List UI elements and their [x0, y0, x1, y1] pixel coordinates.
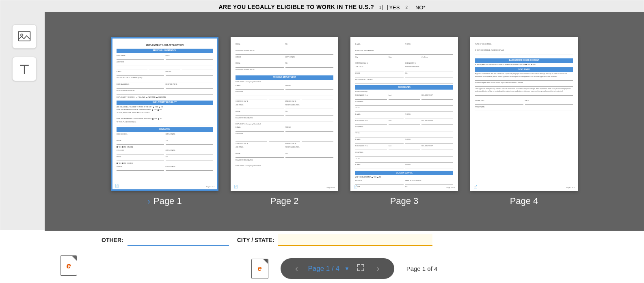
no-num: 2 [405, 5, 408, 10]
other-label: OTHER: [102, 237, 123, 243]
page2-content: FROM: TO: DEGREE/CERTIFICATION: OTHER: [231, 38, 337, 190]
page-thumbnail-4[interactable]: TYPE OF DISCHARGE: IF NOT HONORABLE, PLE… [470, 37, 578, 191]
bottom-form-row: OTHER: CITY / STATE: [102, 234, 624, 246]
page3-badge: Page 3 of 4 [447, 187, 455, 189]
page-dropdown-button[interactable]: ▼ [344, 266, 350, 272]
file-letter: e [258, 264, 262, 273]
page1-title: EMPLOYMENT / JOB APPLICATION [117, 43, 213, 47]
page3-label-text: Page 3 [390, 196, 419, 206]
page-thumbnail-1[interactable]: EMPLOYMENT / JOB APPLICATION PERSONAL IN… [111, 37, 218, 191]
page-item-3: E-MAIL: PHONE: ADDRESS: Street Address C… [350, 37, 458, 206]
yes-label: YES [389, 4, 400, 11]
image-icon [17, 29, 32, 44]
option-yes[interactable]: 1 YES [379, 4, 400, 11]
image-tool-button[interactable] [12, 24, 37, 49]
page4-badge: Page 4 of 4 [566, 187, 575, 189]
page4-section1: BACKGROUND CHECK CONSENT [475, 58, 573, 63]
page4-section2: DISCLAIMER [475, 67, 573, 72]
page-thumbnails-overlay: EMPLOYMENT / JOB APPLICATION PERSONAL IN… [45, 12, 644, 231]
city-state-label: CITY / STATE: [237, 237, 274, 243]
page-thumbnail-3[interactable]: E-MAIL: PHONE: ADDRESS: Street Address C… [350, 37, 458, 191]
page-thumbnail-2[interactable]: FROM: TO: DEGREE/CERTIFICATION: OTHER: [231, 37, 338, 191]
page1-badge: Page 1 of 4 [206, 186, 214, 188]
next-page-button[interactable]: › [372, 262, 385, 275]
file-icon: e [251, 259, 268, 279]
city-state-input[interactable] [278, 234, 432, 246]
page4-doc-icon: 📄 [473, 185, 478, 189]
file-icon-container: e [60, 255, 77, 276]
page1-content: EMPLOYMENT / JOB APPLICATION PERSONAL IN… [112, 39, 217, 189]
page4-content: TYPE OF DISCHARGE: IF NOT HONORABLE, PLE… [471, 38, 577, 190]
doc-file-icon-bottom: e [60, 255, 77, 276]
file-corner-fold [72, 256, 77, 261]
page1-label[interactable]: › Page 1 [147, 196, 182, 206]
page2-label[interactable]: Page 2 [270, 196, 299, 206]
page3-content: E-MAIL: PHONE: ADDRESS: Street Address C… [351, 38, 457, 190]
no-label: NO* [415, 4, 426, 11]
next-icon: › [376, 264, 379, 274]
svg-point-1 [21, 34, 23, 36]
page3-doc-icon: 📄 [354, 185, 358, 189]
page3-section1: REFERENCES [355, 85, 453, 90]
other-input[interactable] [128, 234, 229, 246]
nav-pill: ‹ Page 1 / 4 ▼ › [281, 258, 394, 279]
text-icon [17, 62, 32, 76]
yes-checkbox[interactable] [383, 5, 388, 10]
page1-section3: EDUCATION [117, 127, 213, 132]
svg-rect-0 [19, 31, 30, 41]
prev-icon: ‹ [295, 264, 298, 274]
file-letter-e: e [66, 261, 71, 270]
page1-doc-icon: 📄 [115, 184, 119, 188]
expand-icon [356, 263, 365, 272]
page2-section: PREVIOUS EMPLOYMENT [236, 75, 333, 80]
page2-doc-icon: 📄 [234, 185, 238, 189]
eligibility-question-bar: ARE YOU LEGALLY ELIGIBLE TO WORK IN THE … [0, 3, 644, 11]
question-text: ARE YOU LEGALLY ELIGIBLE TO WORK IN THE … [218, 4, 374, 10]
page-of-text: Page 1 of 4 [406, 265, 438, 272]
page1-arrow: › [147, 197, 150, 206]
page4-label-text: Page 4 [510, 196, 538, 206]
question-options: 1 YES 2 NO* [379, 4, 426, 11]
page-item-4: TYPE OF DISCHARGE: IF NOT HONORABLE, PLE… [470, 37, 578, 206]
page3-section2: MILITARY SERVICE [355, 171, 453, 175]
page-item-1: EMPLOYMENT / JOB APPLICATION PERSONAL IN… [111, 37, 218, 206]
sidebar [0, 12, 49, 81]
navigation-bar: e ‹ Page 1 / 4 ▼ › Page 1 of 4 [45, 258, 644, 279]
option-no[interactable]: 2 NO* [405, 4, 425, 11]
page-indicator: Page 1 / 4 [308, 265, 339, 273]
text-tool-button[interactable] [12, 57, 37, 81]
page1-section2: EMPLOYMENT ELIGIBILITY [117, 101, 213, 105]
page4-label[interactable]: Page 4 [510, 196, 538, 206]
pages-container: EMPLOYMENT / JOB APPLICATION PERSONAL IN… [99, 12, 590, 231]
no-checkbox[interactable] [409, 5, 414, 10]
file-fold [263, 259, 268, 264]
page1-label-text: Page 1 [153, 196, 182, 206]
bottom-area: OTHER: CITY / STATE: e ‹ Page 1 / 4 ▼ [0, 230, 644, 283]
file-icon-area: e [251, 259, 268, 279]
page2-label-text: Page 2 [270, 196, 299, 206]
yes-num: 1 [379, 5, 382, 10]
expand-button[interactable] [354, 262, 367, 276]
page3-label[interactable]: Page 3 [390, 196, 419, 206]
page1-section1: PERSONAL INFORMATION [117, 49, 213, 53]
page2-badge: Page 2 of 4 [327, 187, 335, 189]
prev-page-button[interactable]: ‹ [290, 262, 303, 275]
page-item-2: FROM: TO: DEGREE/CERTIFICATION: OTHER: [231, 37, 338, 206]
